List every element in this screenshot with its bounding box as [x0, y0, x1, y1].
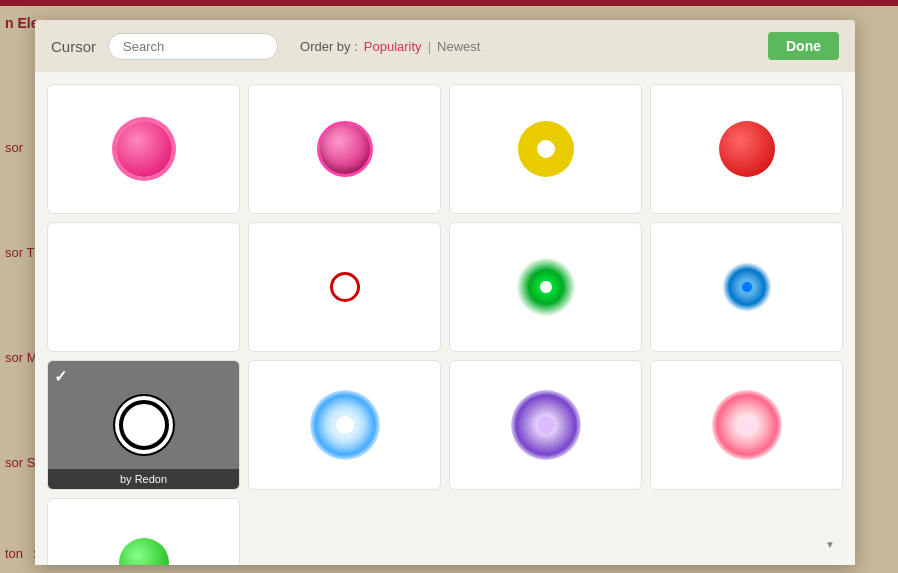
bg-bottom-label: ton — [5, 546, 23, 561]
cursor-modal: Cursor Order by : Popularity | Newest Do… — [35, 20, 855, 565]
cursor-ball-magenta — [317, 121, 373, 177]
cursor-item-3[interactable] — [449, 84, 642, 214]
cursor-item-4[interactable] — [650, 84, 843, 214]
cursor-item-13[interactable] — [47, 498, 240, 565]
cursor-ball-pink-ring — [116, 121, 172, 177]
cursor-item-9[interactable]: ✓ by Redon — [47, 360, 240, 490]
cursor-ball-white-black — [119, 400, 169, 450]
modal-title: Cursor — [51, 38, 96, 55]
cursor-item-10[interactable] — [248, 360, 441, 490]
cursor-item-1[interactable] — [47, 84, 240, 214]
bg-label-4: sor S — [0, 455, 38, 470]
cursor-item-11[interactable] — [449, 360, 642, 490]
cursor-ball-lightblue — [310, 390, 380, 460]
cursor-ball-blue-glow — [722, 262, 772, 312]
cursor-item-6[interactable] — [248, 222, 441, 352]
cursor-item-7[interactable] — [449, 222, 642, 352]
cursor-ball-purple — [511, 390, 581, 460]
search-input[interactable] — [108, 33, 278, 60]
cursor-ball-yellow — [518, 121, 574, 177]
cursor-ball-red — [719, 121, 775, 177]
order-by-label: Order by : — [300, 39, 358, 54]
bg-labels: sor sor T sor M sor S — [0, 140, 38, 470]
cursor-grid-container[interactable]: ✓ by Redon — [35, 72, 855, 565]
modal-header: Cursor Order by : Popularity | Newest Do… — [35, 20, 855, 72]
cursor-item-5[interactable] — [47, 222, 240, 352]
popularity-link[interactable]: Popularity — [364, 39, 422, 54]
newest-link[interactable]: Newest — [437, 39, 480, 54]
order-separator: | — [428, 39, 431, 54]
cursor-ball-pink-glow2 — [712, 390, 782, 460]
cursor-item-8[interactable] — [650, 222, 843, 352]
top-bar — [0, 0, 898, 6]
cursor-ball-red-ring — [330, 272, 360, 302]
scroll-arrow-down[interactable]: ▼ — [823, 537, 837, 551]
order-by-section: Order by : Popularity | Newest — [300, 39, 480, 54]
cursor-ball-green-solid — [119, 538, 169, 565]
cursor-grid: ✓ by Redon — [47, 84, 843, 565]
bg-label-2: sor T — [0, 245, 38, 260]
cursor-item-12[interactable] — [650, 360, 843, 490]
done-button[interactable]: Done — [768, 32, 839, 60]
bg-label-1: sor — [0, 140, 38, 155]
cursor-ball-green-glow — [516, 257, 576, 317]
bg-label-3: sor M — [0, 350, 38, 365]
selected-checkmark: ✓ — [54, 367, 67, 386]
cursor-item-2[interactable] — [248, 84, 441, 214]
selected-label: by Redon — [48, 469, 239, 489]
